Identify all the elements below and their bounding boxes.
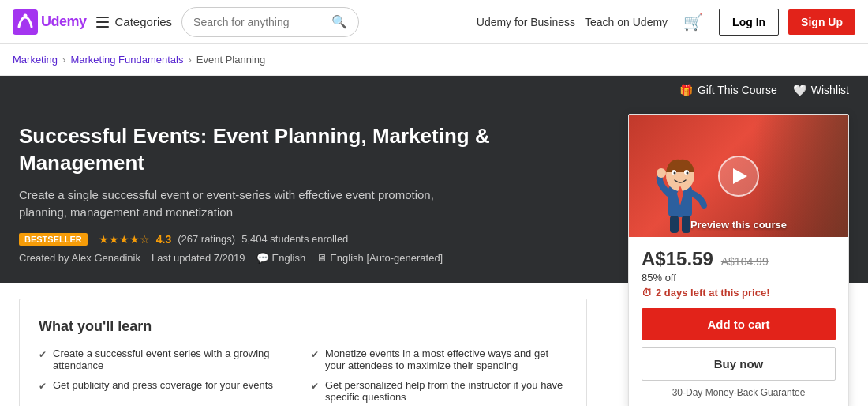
wishlist-button[interactable]: 🤍 Wishlist	[793, 84, 849, 96]
price-row: A$15.59 A$104.99	[642, 248, 836, 270]
learn-section: What you'll learn ✔ Create a successful …	[19, 299, 587, 406]
learn-item-text: Get publicity and press coverage for you…	[53, 379, 273, 391]
gift-icon: 🎁	[679, 84, 693, 96]
urgency-text: ⏱ 2 days left at this price!	[642, 287, 836, 299]
captions-text: 🖥 English [Auto-generated]	[316, 252, 443, 264]
learn-grid: ✔ Create a successful event series with …	[39, 348, 567, 403]
course-meta: Created by Alex Genadinik Last updated 7…	[19, 252, 597, 264]
svg-rect-4	[96, 26, 109, 28]
check-icon: ✔	[311, 349, 319, 360]
learn-title: What you'll learn	[39, 318, 567, 335]
card-body: A$15.59 A$104.99 85% off ⏱ 2 days left a…	[629, 237, 848, 406]
categories-button[interactable]: Categories	[96, 15, 173, 28]
check-icon: ✔	[311, 381, 319, 392]
svg-rect-3	[96, 21, 109, 23]
svg-point-9	[674, 172, 676, 175]
login-button[interactable]: Log In	[719, 9, 779, 36]
logo-text: Udemy	[41, 13, 87, 30]
list-item: ✔ Monetize events in a most effective wa…	[311, 348, 567, 371]
hero-section: 🎁 Gift This Course 🤍 Wishlist Successful…	[0, 76, 868, 283]
navbar: Udemy Categories 🔍 Udemy for Business Te…	[0, 0, 868, 44]
gift-course-button[interactable]: 🎁 Gift This Course	[679, 84, 777, 96]
check-icon: ✔	[39, 349, 47, 360]
breadcrumb-sep-1: ›	[62, 54, 65, 66]
svg-rect-0	[13, 9, 38, 35]
star-icons: ★★★★☆	[99, 233, 150, 246]
search-input[interactable]	[193, 16, 331, 28]
breadcrumb: Marketing › Marketing Fundamentals › Eve…	[0, 44, 868, 76]
enrolled-count: 5,404 students enrolled	[241, 233, 348, 245]
signup-button[interactable]: Sign Up	[788, 9, 855, 35]
search-bar[interactable]: 🔍	[181, 7, 359, 37]
svg-point-10	[687, 172, 689, 175]
svg-point-1	[24, 13, 28, 17]
svg-point-11	[657, 168, 666, 178]
rating-row: BESTSELLER ★★★★☆ 4.3 (267 ratings) 5,404…	[19, 233, 597, 246]
categories-label: Categories	[115, 15, 173, 28]
price-current: A$15.59	[642, 248, 713, 270]
breadcrumb-sep-2: ›	[189, 54, 192, 66]
svg-rect-2	[96, 17, 109, 18]
business-link[interactable]: Udemy for Business	[477, 16, 575, 28]
discount-text: 85% off	[642, 272, 836, 284]
course-title: Successful Events: Event Planning, Marke…	[19, 123, 597, 177]
author-text: Created by Alex Genadinik	[19, 252, 140, 264]
play-button[interactable]	[718, 156, 759, 197]
svg-rect-12	[670, 216, 679, 233]
language-text: 💬 English	[256, 252, 306, 264]
learn-item-text: Get personalized help from the instructo…	[325, 379, 567, 403]
bestseller-badge: BESTSELLER	[19, 233, 88, 246]
guarantee-text: 30-Day Money-Back Guarantee	[642, 387, 836, 398]
hero-actions: 🎁 Gift This Course 🤍 Wishlist	[679, 84, 849, 96]
breadcrumb-current: Event Planning	[196, 54, 265, 66]
learn-item-text: Create a successful event series with a …	[53, 348, 295, 371]
wishlist-label: Wishlist	[811, 84, 849, 96]
course-thumbnail[interactable]: Preview this course	[629, 115, 848, 237]
logo[interactable]: Udemy	[13, 9, 87, 35]
cart-icon[interactable]: 🛒	[677, 9, 709, 35]
breadcrumb-fundamentals[interactable]: Marketing Fundamentals	[70, 54, 183, 66]
breadcrumb-marketing[interactable]: Marketing	[13, 54, 58, 66]
caption-icon: 🖥	[316, 252, 327, 264]
svg-rect-13	[682, 216, 690, 233]
gift-label: Gift This Course	[698, 84, 777, 96]
list-item: ✔ Get publicity and press coverage for y…	[39, 379, 295, 403]
course-subtitle: Create a single successful event or even…	[19, 186, 477, 222]
price-original: A$104.99	[721, 255, 769, 268]
list-item: ✔ Get personalized help from the instruc…	[311, 379, 567, 403]
add-to-cart-button[interactable]: Add to cart	[642, 308, 836, 340]
heart-icon: 🤍	[793, 84, 806, 96]
speech-icon: 💬	[256, 252, 269, 264]
buy-now-button[interactable]: Buy now	[642, 347, 836, 381]
clock-icon: ⏱	[642, 287, 652, 299]
rating-count: (267 ratings)	[178, 233, 235, 245]
learn-item-text: Monetize events in a most effective ways…	[325, 348, 567, 371]
rating-number: 4.3	[156, 233, 171, 246]
updated-text: Last updated 7/2019	[152, 252, 245, 264]
teach-link[interactable]: Teach on Udemy	[585, 16, 668, 28]
check-icon: ✔	[39, 381, 47, 392]
search-icon: 🔍	[331, 14, 347, 29]
list-item: ✔ Create a successful event series with …	[39, 348, 295, 371]
course-card: Preview this course A$15.59 A$104.99 85%…	[628, 114, 849, 406]
